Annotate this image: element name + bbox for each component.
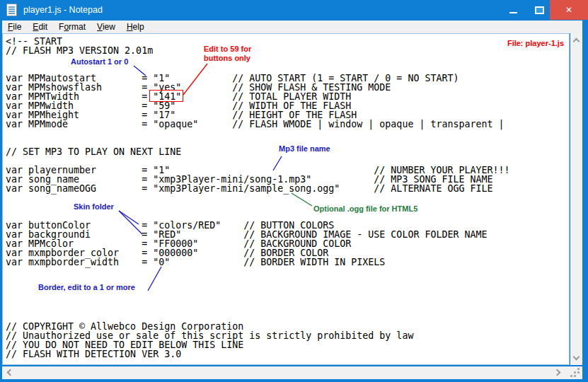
code-line: // FLASH MP3 VERSION 2.01m (6, 46, 565, 55)
scroll-up-icon[interactable] (573, 38, 580, 45)
code-line: var MPMmode = "opaque" // FLASH WMODE | … (6, 120, 565, 129)
menu-format[interactable]: Format (53, 21, 91, 33)
code-line (6, 129, 565, 138)
title-bar[interactable]: player1.js - Notepad ✕ (0, 0, 588, 21)
menu-view[interactable]: View (91, 21, 121, 33)
horizontal-scrollbar[interactable] (2, 366, 582, 379)
code-line: var mxmpborder_width = "0" // BORDER WID… (6, 257, 565, 267)
annotation-skin-folder: Skin folder (74, 202, 114, 212)
annotation-mp3-file: Mp3 file name (279, 144, 330, 154)
code-line (6, 294, 565, 303)
code-line (6, 303, 565, 313)
annotation-file-name: File: player-1.js (495, 39, 564, 48)
code-line (6, 267, 565, 276)
resize-grip-icon[interactable] (577, 375, 580, 377)
code-line: var song_nameOGG = "xmp3Player-mini/samp… (6, 184, 565, 193)
menu-edit[interactable]: Edit (27, 21, 53, 33)
annotation-border-width: Border, edit to a 1 or more (38, 283, 135, 292)
code-content: <!-- START// FLASH MP3 VERSION 2.01mvar … (6, 37, 565, 359)
minimize-icon (509, 12, 517, 13)
code-line (6, 193, 565, 202)
annotation-edit59: Edit to 59 for buttons only (204, 45, 251, 63)
code-line: // FLASH WITH DETECTION VER 3.0 (6, 349, 565, 359)
scroll-left-icon[interactable] (7, 369, 14, 376)
maximize-icon (535, 6, 544, 14)
annotation-autostart: Autostart 1 or 0 (71, 57, 128, 66)
close-button[interactable]: ✕ (550, 0, 588, 20)
notepad-icon (6, 4, 17, 16)
menu-bar: File Edit Format View Help (2, 21, 582, 33)
annotation-ogg-file: Optional .ogg file for HTML5 (313, 204, 417, 214)
menu-help[interactable]: Help (121, 21, 150, 33)
vertical-scrollbar[interactable] (570, 33, 582, 365)
notepad-window: player1.js - Notepad ✕ File Edit Format … (0, 0, 588, 382)
highlight-box-141 (149, 90, 183, 102)
close-icon: ✕ (565, 5, 572, 15)
scroll-right-icon[interactable] (554, 369, 561, 376)
window-title: player1.js - Notepad (23, 5, 103, 15)
menu-file[interactable]: File (2, 21, 27, 33)
scroll-down-icon[interactable] (573, 354, 580, 361)
